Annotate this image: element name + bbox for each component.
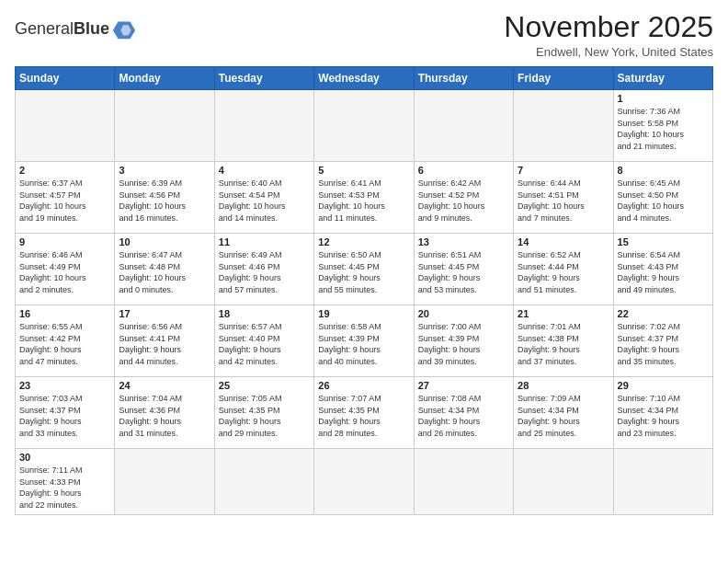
title-block: November 2025 Endwell, New York, United … [504, 11, 713, 59]
day-info: Sunrise: 6:37 AM Sunset: 4:57 PM Dayligh… [19, 178, 110, 224]
calendar-day-cell: 5Sunrise: 6:41 AM Sunset: 4:53 PM Daylig… [314, 162, 414, 234]
day-number: 5 [318, 165, 409, 176]
calendar-day-cell: 9Sunrise: 6:46 AM Sunset: 4:49 PM Daylig… [16, 234, 115, 305]
day-number: 25 [219, 380, 310, 391]
location: Endwell, New York, United States [504, 45, 713, 59]
day-number: 27 [418, 380, 509, 391]
day-info: Sunrise: 7:08 AM Sunset: 4:34 PM Dayligh… [418, 393, 509, 439]
day-number: 28 [518, 380, 609, 391]
calendar-day-cell [16, 90, 115, 162]
logo-normal: General [15, 19, 74, 38]
day-number: 23 [19, 380, 110, 391]
day-info: Sunrise: 7:11 AM Sunset: 4:33 PM Dayligh… [19, 465, 110, 511]
calendar-day-cell [514, 90, 613, 162]
calendar-day-cell: 8Sunrise: 6:45 AM Sunset: 4:50 PM Daylig… [613, 162, 712, 234]
calendar-day-cell: 26Sunrise: 7:07 AM Sunset: 4:35 PM Dayli… [314, 377, 414, 449]
calendar-day-cell: 27Sunrise: 7:08 AM Sunset: 4:34 PM Dayli… [414, 377, 513, 449]
logo-bold: Blue [74, 19, 109, 38]
day-number: 26 [318, 380, 409, 391]
calendar-day-cell: 28Sunrise: 7:09 AM Sunset: 4:34 PM Dayli… [514, 377, 613, 449]
day-number: 8 [618, 165, 709, 176]
day-info: Sunrise: 6:44 AM Sunset: 4:51 PM Dayligh… [518, 178, 609, 224]
calendar-day-cell: 12Sunrise: 6:50 AM Sunset: 4:45 PM Dayli… [314, 234, 414, 305]
calendar-day-cell: 23Sunrise: 7:03 AM Sunset: 4:37 PM Dayli… [16, 377, 115, 449]
calendar-day-cell [514, 449, 613, 514]
weekday-header: Saturday [613, 67, 712, 90]
day-number: 13 [418, 236, 509, 247]
calendar-day-cell: 19Sunrise: 6:58 AM Sunset: 4:39 PM Dayli… [314, 305, 414, 377]
calendar-day-cell [115, 90, 214, 162]
calendar-day-cell: 15Sunrise: 6:54 AM Sunset: 4:43 PM Dayli… [613, 234, 712, 305]
weekday-header: Monday [115, 67, 214, 90]
day-info: Sunrise: 7:05 AM Sunset: 4:35 PM Dayligh… [219, 393, 310, 439]
day-number: 10 [119, 236, 210, 247]
calendar-table: SundayMondayTuesdayWednesdayThursdayFrid… [15, 66, 713, 514]
calendar-day-cell: 29Sunrise: 7:10 AM Sunset: 4:34 PM Dayli… [613, 377, 712, 449]
day-number: 14 [518, 236, 609, 247]
day-info: Sunrise: 7:07 AM Sunset: 4:35 PM Dayligh… [318, 393, 409, 439]
calendar-week-row: 9Sunrise: 6:46 AM Sunset: 4:49 PM Daylig… [16, 234, 713, 305]
day-info: Sunrise: 6:47 AM Sunset: 4:48 PM Dayligh… [119, 249, 210, 295]
calendar-day-cell: 18Sunrise: 6:57 AM Sunset: 4:40 PM Dayli… [214, 305, 313, 377]
header: GeneralBlue November 2025 Endwell, New Y… [15, 11, 713, 59]
calendar-day-cell: 2Sunrise: 6:37 AM Sunset: 4:57 PM Daylig… [16, 162, 115, 234]
day-info: Sunrise: 6:49 AM Sunset: 4:46 PM Dayligh… [219, 249, 310, 295]
day-number: 17 [119, 308, 210, 319]
day-info: Sunrise: 6:57 AM Sunset: 4:40 PM Dayligh… [219, 321, 310, 367]
day-info: Sunrise: 6:58 AM Sunset: 4:39 PM Dayligh… [318, 321, 409, 367]
day-info: Sunrise: 7:00 AM Sunset: 4:39 PM Dayligh… [418, 321, 509, 367]
weekday-header: Wednesday [314, 67, 414, 90]
calendar-week-row: 16Sunrise: 6:55 AM Sunset: 4:42 PM Dayli… [16, 305, 713, 377]
day-info: Sunrise: 6:52 AM Sunset: 4:44 PM Dayligh… [518, 249, 609, 295]
month-title: November 2025 [504, 11, 713, 43]
calendar-day-cell: 6Sunrise: 6:42 AM Sunset: 4:52 PM Daylig… [414, 162, 513, 234]
day-info: Sunrise: 6:55 AM Sunset: 4:42 PM Dayligh… [19, 321, 110, 367]
calendar-day-cell: 16Sunrise: 6:55 AM Sunset: 4:42 PM Dayli… [16, 305, 115, 377]
calendar-day-cell: 13Sunrise: 6:51 AM Sunset: 4:45 PM Dayli… [414, 234, 513, 305]
calendar-day-cell: 20Sunrise: 7:00 AM Sunset: 4:39 PM Dayli… [414, 305, 513, 377]
page: GeneralBlue November 2025 Endwell, New Y… [0, 0, 728, 563]
day-number: 19 [318, 308, 409, 319]
calendar-week-row: 23Sunrise: 7:03 AM Sunset: 4:37 PM Dayli… [16, 377, 713, 449]
calendar-day-cell [214, 449, 313, 514]
calendar-week-row: 30Sunrise: 7:11 AM Sunset: 4:33 PM Dayli… [16, 449, 713, 514]
day-info: Sunrise: 7:03 AM Sunset: 4:37 PM Dayligh… [19, 393, 110, 439]
weekday-header: Thursday [414, 67, 513, 90]
day-info: Sunrise: 6:56 AM Sunset: 4:41 PM Dayligh… [119, 321, 210, 367]
logo-icon [111, 17, 137, 42]
day-number: 11 [219, 236, 310, 247]
calendar-day-cell [214, 90, 313, 162]
calendar-day-cell: 10Sunrise: 6:47 AM Sunset: 4:48 PM Dayli… [115, 234, 214, 305]
day-info: Sunrise: 6:46 AM Sunset: 4:49 PM Dayligh… [19, 249, 110, 295]
calendar-day-cell: 30Sunrise: 7:11 AM Sunset: 4:33 PM Dayli… [16, 449, 115, 514]
day-info: Sunrise: 7:04 AM Sunset: 4:36 PM Dayligh… [119, 393, 210, 439]
day-number: 24 [119, 380, 210, 391]
day-info: Sunrise: 7:09 AM Sunset: 4:34 PM Dayligh… [518, 393, 609, 439]
calendar-week-row: 2Sunrise: 6:37 AM Sunset: 4:57 PM Daylig… [16, 162, 713, 234]
weekday-header: Tuesday [214, 67, 313, 90]
day-number: 15 [618, 236, 709, 247]
calendar-body: 1Sunrise: 7:36 AM Sunset: 5:58 PM Daylig… [16, 90, 713, 514]
day-info: Sunrise: 6:41 AM Sunset: 4:53 PM Dayligh… [318, 178, 409, 224]
calendar-day-cell [613, 449, 712, 514]
calendar-day-cell: 1Sunrise: 7:36 AM Sunset: 5:58 PM Daylig… [613, 90, 712, 162]
weekday-row: SundayMondayTuesdayWednesdayThursdayFrid… [16, 67, 713, 90]
calendar-day-cell: 22Sunrise: 7:02 AM Sunset: 4:37 PM Dayli… [613, 305, 712, 377]
day-number: 29 [618, 380, 709, 391]
weekday-header: Friday [514, 67, 613, 90]
day-info: Sunrise: 6:54 AM Sunset: 4:43 PM Dayligh… [618, 249, 709, 295]
day-number: 22 [618, 308, 709, 319]
calendar-week-row: 1Sunrise: 7:36 AM Sunset: 5:58 PM Daylig… [16, 90, 713, 162]
calendar-day-cell: 21Sunrise: 7:01 AM Sunset: 4:38 PM Dayli… [514, 305, 613, 377]
day-info: Sunrise: 7:01 AM Sunset: 4:38 PM Dayligh… [518, 321, 609, 367]
calendar-day-cell: 17Sunrise: 6:56 AM Sunset: 4:41 PM Dayli… [115, 305, 214, 377]
calendar-day-cell [314, 90, 414, 162]
calendar-day-cell: 4Sunrise: 6:40 AM Sunset: 4:54 PM Daylig… [214, 162, 313, 234]
calendar-day-cell: 11Sunrise: 6:49 AM Sunset: 4:46 PM Dayli… [214, 234, 313, 305]
day-info: Sunrise: 6:40 AM Sunset: 4:54 PM Dayligh… [219, 178, 310, 224]
day-info: Sunrise: 6:50 AM Sunset: 4:45 PM Dayligh… [318, 249, 409, 295]
calendar-day-cell: 24Sunrise: 7:04 AM Sunset: 4:36 PM Dayli… [115, 377, 214, 449]
day-info: Sunrise: 7:02 AM Sunset: 4:37 PM Dayligh… [618, 321, 709, 367]
day-info: Sunrise: 6:51 AM Sunset: 4:45 PM Dayligh… [418, 249, 509, 295]
day-number: 16 [19, 308, 110, 319]
